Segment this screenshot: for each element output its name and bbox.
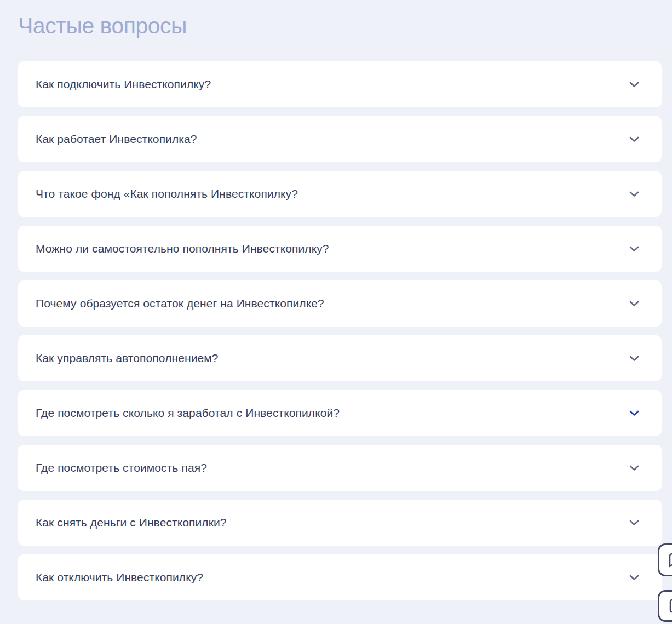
faq-item[interactable]: Что такое фонд «Как пополнять Инвесткопи… [18,171,662,217]
faq-item[interactable]: Как снять деньги с Инвесткопилки? [18,500,662,546]
faq-item[interactable]: Где посмотреть сколько я заработал с Инв… [18,390,662,436]
faq-question-label: Как работает Инвесткопилка? [36,131,197,146]
faq-item[interactable]: Как отключить Инвесткопилку? [18,554,662,600]
faq-question-label: Где посмотреть стоимость пая? [36,460,207,475]
faq-item[interactable]: Где посмотреть стоимость пая? [18,445,662,491]
chevron-down-icon [629,246,639,252]
faq-question-label: Как снять деньги с Инвесткопилки? [36,515,227,530]
faq-item[interactable]: Как подключить Инвесткопилку? [18,61,662,107]
faq-question-label: Почему образуется остаток денег на Инвес… [36,296,324,311]
faq-question-label: Как управлять автопополнением? [36,351,219,365]
faq-question-label: Как подключить Инвесткопилку? [36,77,211,91]
faq-item[interactable]: Как работает Инвесткопилка? [18,116,662,162]
faq-question-label: Что такое фонд «Как пополнять Инвесткопи… [36,186,298,201]
faq-question-label: Можно ли самостоятельно пополнять Инвест… [36,241,329,256]
faq-item[interactable]: Можно ли самостоятельно пополнять Инвест… [18,226,662,272]
chevron-down-icon [629,136,639,142]
faq-item[interactable]: Почему образуется остаток денег на Инвес… [18,280,662,327]
faq-question-label: Где посмотреть сколько я заработал с Инв… [36,405,340,420]
chevron-down-icon [629,465,639,471]
faq-list: Как подключить Инвесткопилку? Как работа… [18,61,662,600]
page-title: Частые вопросы [18,12,187,39]
faq-item[interactable]: Как управлять автопополнением? [18,335,662,381]
document-icon [668,598,672,614]
chevron-down-icon [629,82,639,88]
faq-question-label: Как отключить Инвесткопилку? [36,570,203,585]
chevron-down-icon [629,520,639,526]
docs-widget-button[interactable] [658,590,672,622]
chat-widget-button[interactable] [658,543,672,576]
chevron-down-icon [629,191,639,197]
chevron-down-icon [629,575,639,581]
chevron-down-icon [629,301,639,307]
chat-bubble-icon [668,552,672,568]
chevron-down-icon [629,356,639,362]
chevron-down-icon [629,410,639,416]
